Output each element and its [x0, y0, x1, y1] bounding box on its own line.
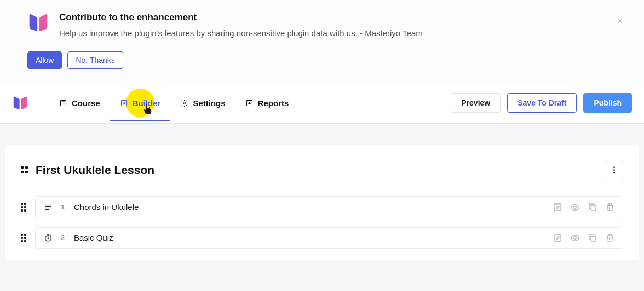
eye-icon[interactable]: [570, 202, 580, 212]
tab-course[interactable]: Course: [49, 85, 110, 121]
drag-handle-icon[interactable]: [21, 203, 26, 212]
list-item: 2 Basic Quiz: [21, 226, 623, 249]
app-logo-icon: [12, 95, 28, 110]
save-draft-button[interactable]: Save To Draft: [507, 93, 577, 113]
lesson-index: 1: [61, 203, 66, 211]
book-icon: [59, 99, 67, 107]
svg-rect-19: [591, 236, 596, 241]
contribution-notice: Contribute to the enhancement Help us im…: [0, 0, 644, 83]
tab-settings-label: Settings: [193, 98, 225, 108]
quiz-row[interactable]: 2 Basic Quiz: [35, 227, 623, 249]
svg-point-14: [574, 206, 577, 209]
no-thanks-button[interactable]: No, Thanks: [67, 51, 123, 69]
eye-icon[interactable]: [570, 233, 580, 243]
kebab-icon: [613, 166, 615, 173]
preview-button[interactable]: Preview: [451, 93, 501, 113]
publish-button[interactable]: Publish: [583, 93, 632, 113]
trash-icon[interactable]: [605, 202, 615, 212]
top-nav: Course Builder Settings Reports Preview …: [0, 83, 644, 124]
tab-reports-label: Reports: [258, 98, 289, 108]
quiz-timer-icon: [43, 233, 53, 243]
svg-point-4: [183, 102, 186, 104]
lesson-index: 2: [61, 234, 66, 242]
section-actions-menu[interactable]: [605, 161, 623, 179]
list-item: 1 Chords in Ukulele: [21, 196, 623, 219]
edit-icon[interactable]: [553, 202, 562, 212]
svg-point-18: [574, 237, 577, 240]
tab-builder[interactable]: Builder: [110, 85, 171, 121]
report-icon: [245, 99, 254, 107]
masteriyo-logo-icon: [27, 12, 49, 33]
close-icon[interactable]: ×: [617, 15, 623, 26]
tab-builder-label: Builder: [133, 98, 161, 108]
builder-content: First Ukuklele Lesson 1 Chords in Ukulel…: [0, 124, 644, 266]
drag-handle-icon[interactable]: [21, 234, 26, 242]
tab-reports[interactable]: Reports: [235, 85, 299, 121]
tab-settings[interactable]: Settings: [170, 85, 235, 121]
lesson-name: Chords in Ukulele: [74, 202, 545, 212]
lesson-row[interactable]: 1 Chords in Ukulele: [35, 196, 623, 218]
lesson-text-icon: [43, 202, 53, 212]
notice-body: Help us improve the plugin's features by…: [59, 27, 423, 39]
allow-button[interactable]: Allow: [27, 51, 62, 69]
trash-icon[interactable]: [605, 233, 615, 243]
lesson-name: Basic Quiz: [74, 233, 545, 242]
drag-handle-icon[interactable]: [21, 166, 28, 173]
section-card: First Ukuklele Lesson 1 Chords in Ukulel…: [5, 146, 639, 260]
copy-icon[interactable]: [588, 233, 597, 243]
edit-icon[interactable]: [553, 233, 562, 243]
edit-square-icon: [120, 99, 128, 107]
copy-icon[interactable]: [588, 202, 597, 212]
svg-rect-15: [591, 206, 596, 211]
gear-icon: [180, 99, 188, 107]
section-title[interactable]: First Ukuklele Lesson: [36, 164, 597, 177]
notice-title: Contribute to the enhancement: [59, 12, 423, 23]
tab-course-label: Course: [72, 98, 100, 108]
